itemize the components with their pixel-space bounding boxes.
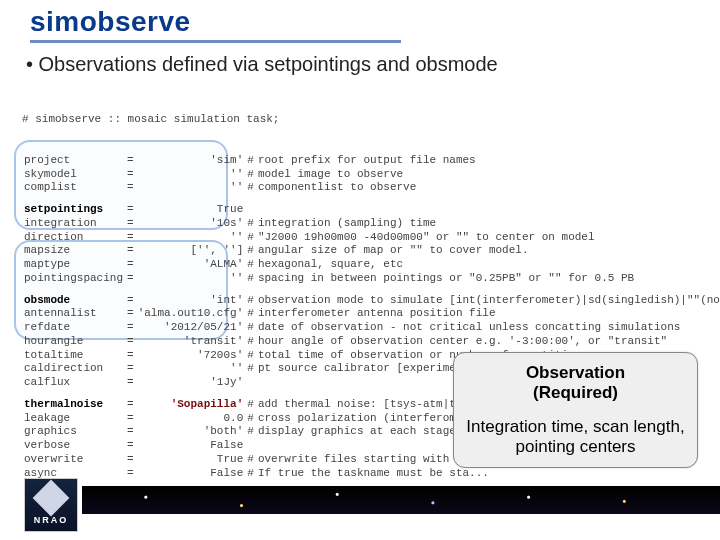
param-key: graphics — [22, 425, 125, 439]
banner-stars — [82, 486, 720, 514]
hash: # — [245, 244, 256, 258]
equals: = — [125, 272, 136, 286]
param-row: integration='10s'#integration (sampling)… — [22, 217, 720, 231]
param-row: mapsize=['', '']#angular size of map or … — [22, 244, 720, 258]
hash: # — [245, 398, 256, 412]
param-key: antennalist — [22, 307, 125, 321]
param-key: verbose — [22, 439, 125, 453]
param-row: setpointings=True — [22, 203, 720, 217]
param-value: ['', ''] — [136, 244, 246, 258]
hash: # — [245, 349, 256, 363]
param-key: integration — [22, 217, 125, 231]
param-row: skymodel=''#model image to observe — [22, 168, 720, 182]
equals: = — [125, 321, 136, 335]
param-comment: componentlist to observe — [256, 181, 720, 195]
param-row: refdate='2012/05/21'#date of observation… — [22, 321, 720, 335]
param-key: leakage — [22, 412, 125, 426]
equals: = — [125, 439, 136, 453]
param-comment: hour angle of observation center e.g. '-… — [256, 335, 720, 349]
equals: = — [125, 335, 136, 349]
equals: = — [125, 294, 136, 308]
param-comment — [256, 203, 720, 217]
param-value: 0.0 — [136, 412, 246, 426]
equals: = — [125, 181, 136, 195]
hash: # — [245, 294, 256, 308]
param-key: complist — [22, 181, 125, 195]
param-comment: date of observation - not critical unles… — [256, 321, 720, 335]
param-comment: If true the taskname must be sta... — [256, 467, 720, 481]
equals: = — [125, 154, 136, 168]
param-key: totaltime — [22, 349, 125, 363]
param-value: '10s' — [136, 217, 246, 231]
hash: # — [245, 231, 256, 245]
param-value: 'sim' — [136, 154, 246, 168]
param-comment: root prefix for output file names — [256, 154, 720, 168]
param-comment: model image to observe — [256, 168, 720, 182]
param-key: project — [22, 154, 125, 168]
param-comment: interferometer antenna position file — [256, 307, 720, 321]
param-value: '2012/05/21' — [136, 321, 246, 335]
param-value: 'Sopapilla' — [136, 398, 246, 412]
param-key: calflux — [22, 376, 125, 390]
param-comment: spacing in between pointings or "0.25PB"… — [256, 272, 720, 286]
hash — [245, 439, 256, 453]
equals: = — [125, 412, 136, 426]
param-value: False — [136, 467, 246, 481]
param-comment: observation mode to simulate [int(interf… — [256, 294, 720, 308]
param-key: overwrite — [22, 453, 125, 467]
equals: = — [125, 467, 136, 481]
param-row: pointingspacing=''#spacing in between po… — [22, 272, 720, 286]
param-value: '' — [136, 272, 246, 286]
equals: = — [125, 349, 136, 363]
page-title: simobserve — [30, 6, 401, 43]
param-comment: angular size of map or "" to cover model… — [256, 244, 720, 258]
equals: = — [125, 425, 136, 439]
hash: # — [245, 272, 256, 286]
logo-diamond-icon — [33, 480, 70, 517]
param-row: async=False#If true the taskname must be… — [22, 467, 720, 481]
hash — [245, 376, 256, 390]
nrao-logo: NRAO — [24, 478, 78, 532]
param-key: refdate — [22, 321, 125, 335]
hash: # — [245, 258, 256, 272]
param-key: maptype — [22, 258, 125, 272]
equals: = — [125, 244, 136, 258]
param-key: mapsize — [22, 244, 125, 258]
equals: = — [125, 398, 136, 412]
param-value: False — [136, 439, 246, 453]
hash: # — [245, 321, 256, 335]
param-comment: hexagonal, square, etc — [256, 258, 720, 272]
logo-text: NRAO — [34, 515, 69, 525]
hash: # — [245, 362, 256, 376]
param-key: pointingspacing — [22, 272, 125, 286]
param-row: maptype='ALMA'#hexagonal, square, etc — [22, 258, 720, 272]
equals: = — [125, 376, 136, 390]
param-value: 'alma.out10.cfg' — [136, 307, 246, 321]
param-key: setpointings — [22, 203, 125, 217]
callout-title: Observation(Required) — [466, 363, 685, 403]
param-key: caldirection — [22, 362, 125, 376]
param-row: complist=''#componentlist to observe — [22, 181, 720, 195]
hash — [245, 203, 256, 217]
equals: = — [125, 453, 136, 467]
equals: = — [125, 217, 136, 231]
hash: # — [245, 307, 256, 321]
param-key: hourangle — [22, 335, 125, 349]
hash: # — [245, 154, 256, 168]
param-value: '' — [136, 231, 246, 245]
param-comment: "J2000 19h00m00 -40d00m00" or "" to cent… — [256, 231, 720, 245]
hash: # — [245, 217, 256, 231]
equals: = — [125, 231, 136, 245]
param-value: 'transit' — [136, 335, 246, 349]
param-value: 'int' — [136, 294, 246, 308]
param-key: thermalnoise — [22, 398, 125, 412]
hash: # — [245, 425, 256, 439]
param-value: '7200s' — [136, 349, 246, 363]
param-row: antennalist='alma.out10.cfg'#interferome… — [22, 307, 720, 321]
equals: = — [125, 362, 136, 376]
hash: # — [245, 335, 256, 349]
param-value: True — [136, 203, 246, 217]
callout-body: Integration time, scan length, pointing … — [466, 417, 685, 457]
param-row: direction=''#"J2000 19h00m00 -40d00m00" … — [22, 231, 720, 245]
param-key: obsmode — [22, 294, 125, 308]
